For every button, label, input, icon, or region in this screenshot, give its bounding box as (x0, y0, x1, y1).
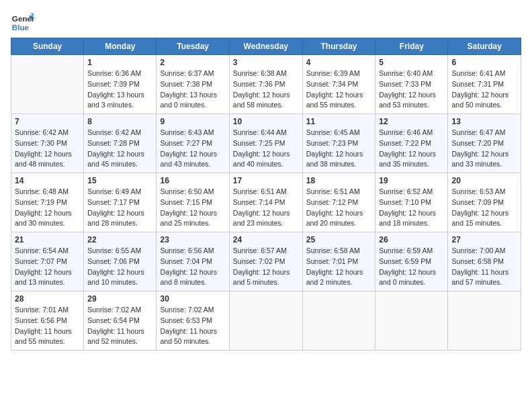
day-number: 1 (87, 58, 152, 67)
day-number: 4 (306, 58, 372, 67)
calendar-day-cell: 7Sunrise: 6:42 AM Sunset: 7:30 PM Daylig… (11, 114, 84, 173)
calendar-day-cell (375, 291, 448, 351)
calendar-day-cell: 24Sunrise: 6:57 AM Sunset: 7:02 PM Dayli… (229, 232, 302, 291)
calendar-table: SundayMondayTuesdayWednesdayThursdayFrid… (11, 38, 521, 351)
weekday-header-cell: Monday (84, 38, 157, 55)
day-info: Sunrise: 6:40 AM Sunset: 7:33 PM Dayligh… (379, 68, 444, 111)
day-number: 30 (160, 294, 225, 304)
day-number: 20 (451, 176, 517, 185)
calendar-body: 1Sunrise: 6:36 AM Sunset: 7:39 PM Daylig… (11, 55, 521, 351)
day-info: Sunrise: 6:56 AM Sunset: 7:04 PM Dayligh… (160, 246, 225, 288)
calendar-day-cell: 2Sunrise: 6:37 AM Sunset: 7:38 PM Daylig… (157, 55, 229, 114)
day-info: Sunrise: 7:02 AM Sunset: 6:54 PM Dayligh… (87, 305, 152, 347)
calendar-day-cell: 19Sunrise: 6:52 AM Sunset: 7:10 PM Dayli… (375, 173, 448, 232)
calendar-day-cell: 13Sunrise: 6:47 AM Sunset: 7:20 PM Dayli… (448, 114, 521, 173)
day-number: 24 (233, 235, 299, 244)
day-number: 14 (15, 176, 80, 185)
calendar-week-row: 1Sunrise: 6:36 AM Sunset: 7:39 PM Daylig… (11, 55, 521, 114)
day-number: 22 (87, 235, 152, 244)
day-number: 19 (379, 176, 444, 185)
day-info: Sunrise: 6:44 AM Sunset: 7:25 PM Dayligh… (233, 128, 299, 170)
day-info: Sunrise: 6:49 AM Sunset: 7:17 PM Dayligh… (87, 187, 152, 229)
day-info: Sunrise: 6:57 AM Sunset: 7:02 PM Dayligh… (233, 246, 299, 288)
calendar-day-cell: 10Sunrise: 6:44 AM Sunset: 7:25 PM Dayli… (229, 114, 302, 173)
day-info: Sunrise: 6:39 AM Sunset: 7:34 PM Dayligh… (306, 68, 372, 111)
weekday-header-cell: Saturday (448, 38, 521, 55)
calendar-week-row: 28Sunrise: 7:01 AM Sunset: 6:56 PM Dayli… (11, 291, 521, 351)
weekday-header-cell: Sunday (11, 38, 84, 55)
calendar-day-cell: 21Sunrise: 6:54 AM Sunset: 7:07 PM Dayli… (11, 232, 84, 291)
page-header: General Blue (11, 11, 521, 35)
day-info: Sunrise: 6:58 AM Sunset: 7:01 PM Dayligh… (306, 246, 372, 288)
calendar-week-row: 7Sunrise: 6:42 AM Sunset: 7:30 PM Daylig… (11, 114, 521, 173)
day-info: Sunrise: 6:42 AM Sunset: 7:30 PM Dayligh… (15, 128, 80, 170)
day-info: Sunrise: 7:00 AM Sunset: 6:58 PM Dayligh… (451, 246, 517, 288)
calendar-day-cell (302, 291, 375, 351)
weekday-header-cell: Thursday (302, 38, 375, 55)
day-number: 26 (379, 235, 444, 244)
calendar-day-cell: 15Sunrise: 6:49 AM Sunset: 7:17 PM Dayli… (84, 173, 157, 232)
day-number: 12 (379, 117, 444, 126)
day-number: 16 (160, 176, 225, 185)
calendar-day-cell: 9Sunrise: 6:43 AM Sunset: 7:27 PM Daylig… (157, 114, 229, 173)
day-info: Sunrise: 7:02 AM Sunset: 6:53 PM Dayligh… (160, 305, 225, 347)
calendar-day-cell: 28Sunrise: 7:01 AM Sunset: 6:56 PM Dayli… (11, 291, 84, 351)
day-number: 28 (15, 294, 80, 304)
weekday-header-cell: Tuesday (157, 38, 229, 55)
calendar-day-cell: 20Sunrise: 6:53 AM Sunset: 7:09 PM Dayli… (448, 173, 521, 232)
calendar-day-cell: 4Sunrise: 6:39 AM Sunset: 7:34 PM Daylig… (302, 55, 375, 114)
calendar-day-cell (11, 55, 84, 114)
calendar-day-cell (229, 291, 302, 351)
day-info: Sunrise: 6:51 AM Sunset: 7:14 PM Dayligh… (233, 187, 299, 229)
day-number: 6 (451, 58, 517, 67)
day-info: Sunrise: 6:45 AM Sunset: 7:23 PM Dayligh… (306, 128, 372, 170)
day-number: 27 (451, 235, 517, 244)
day-number: 13 (451, 117, 517, 126)
day-info: Sunrise: 6:52 AM Sunset: 7:10 PM Dayligh… (379, 187, 444, 229)
weekday-header-row: SundayMondayTuesdayWednesdayThursdayFrid… (11, 38, 521, 55)
day-info: Sunrise: 6:46 AM Sunset: 7:22 PM Dayligh… (379, 128, 444, 170)
calendar-day-cell: 12Sunrise: 6:46 AM Sunset: 7:22 PM Dayli… (375, 114, 448, 173)
calendar-day-cell: 25Sunrise: 6:58 AM Sunset: 7:01 PM Dayli… (302, 232, 375, 291)
calendar-day-cell: 16Sunrise: 6:50 AM Sunset: 7:15 PM Dayli… (157, 173, 229, 232)
day-info: Sunrise: 6:43 AM Sunset: 7:27 PM Dayligh… (160, 128, 225, 170)
calendar-day-cell (448, 291, 521, 351)
day-info: Sunrise: 6:59 AM Sunset: 6:59 PM Dayligh… (379, 246, 444, 288)
day-info: Sunrise: 6:41 AM Sunset: 7:31 PM Dayligh… (451, 68, 517, 111)
day-info: Sunrise: 6:47 AM Sunset: 7:20 PM Dayligh… (451, 128, 517, 170)
day-number: 3 (233, 58, 299, 67)
day-number: 15 (87, 176, 152, 185)
day-number: 10 (233, 117, 299, 126)
weekday-header-cell: Wednesday (229, 38, 302, 55)
day-number: 8 (87, 117, 152, 126)
calendar-week-row: 21Sunrise: 6:54 AM Sunset: 7:07 PM Dayli… (11, 232, 521, 291)
day-number: 9 (160, 117, 225, 126)
day-info: Sunrise: 6:48 AM Sunset: 7:19 PM Dayligh… (15, 187, 80, 229)
day-info: Sunrise: 6:55 AM Sunset: 7:06 PM Dayligh… (87, 246, 152, 288)
day-number: 29 (87, 294, 152, 304)
day-number: 5 (379, 58, 444, 67)
day-number: 2 (160, 58, 225, 67)
calendar-day-cell: 22Sunrise: 6:55 AM Sunset: 7:06 PM Dayli… (84, 232, 157, 291)
day-number: 18 (306, 176, 372, 185)
logo: General Blue (11, 11, 35, 35)
svg-text:Blue: Blue (12, 23, 30, 32)
day-info: Sunrise: 7:01 AM Sunset: 6:56 PM Dayligh… (15, 305, 80, 347)
calendar-day-cell: 23Sunrise: 6:56 AM Sunset: 7:04 PM Dayli… (157, 232, 229, 291)
day-number: 21 (15, 235, 80, 244)
calendar-day-cell: 17Sunrise: 6:51 AM Sunset: 7:14 PM Dayli… (229, 173, 302, 232)
calendar-day-cell: 5Sunrise: 6:40 AM Sunset: 7:33 PM Daylig… (375, 55, 448, 114)
day-info: Sunrise: 6:54 AM Sunset: 7:07 PM Dayligh… (15, 246, 80, 288)
logo-icon: General Blue (11, 11, 35, 35)
day-number: 25 (306, 235, 372, 244)
calendar-day-cell: 29Sunrise: 7:02 AM Sunset: 6:54 PM Dayli… (84, 291, 157, 351)
calendar-day-cell: 14Sunrise: 6:48 AM Sunset: 7:19 PM Dayli… (11, 173, 84, 232)
day-number: 17 (233, 176, 299, 185)
day-info: Sunrise: 6:42 AM Sunset: 7:28 PM Dayligh… (87, 128, 152, 170)
weekday-header-cell: Friday (375, 38, 448, 55)
calendar-day-cell: 30Sunrise: 7:02 AM Sunset: 6:53 PM Dayli… (157, 291, 229, 351)
day-number: 23 (160, 235, 225, 244)
calendar-day-cell: 3Sunrise: 6:38 AM Sunset: 7:36 PM Daylig… (229, 55, 302, 114)
day-info: Sunrise: 6:36 AM Sunset: 7:39 PM Dayligh… (87, 68, 152, 111)
calendar-day-cell: 8Sunrise: 6:42 AM Sunset: 7:28 PM Daylig… (84, 114, 157, 173)
